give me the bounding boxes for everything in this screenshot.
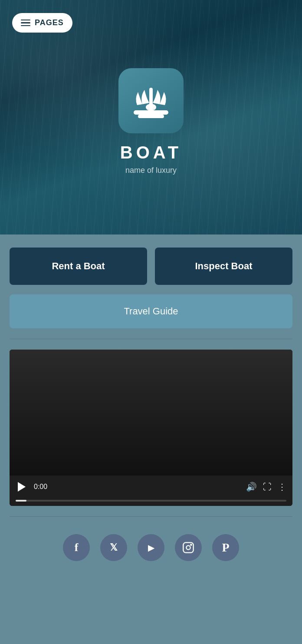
app-title: BOAT (120, 143, 182, 162)
main-card: Rent a Boat Inspect Boat Travel Guide 0:… (0, 234, 302, 644)
svg-rect-1 (138, 115, 164, 118)
svg-rect-3 (149, 88, 153, 107)
more-options-icon[interactable]: ⋮ (278, 482, 286, 492)
rent-boat-button[interactable]: Rent a Boat (10, 248, 147, 285)
hamburger-icon (21, 20, 30, 26)
video-screen (10, 350, 292, 476)
progress-bar (16, 500, 286, 502)
boat-logo-svg (129, 79, 173, 122)
logo-container: BOAT name of luxury (118, 68, 184, 175)
svg-rect-4 (183, 542, 193, 552)
progress-bar-container[interactable] (10, 498, 292, 506)
svg-point-6 (190, 544, 191, 545)
svg-point-5 (186, 545, 190, 549)
video-controls: 0:00 🔊 ⛶ ⋮ (10, 476, 292, 498)
bottom-divider (10, 516, 292, 517)
hero-section: PAGES BOAT name of luxu (0, 0, 302, 234)
action-buttons-row: Rent a Boat Inspect Boat (10, 248, 292, 285)
pages-label: PAGES (35, 18, 64, 27)
video-player[interactable]: 0:00 🔊 ⛶ ⋮ (10, 350, 292, 506)
volume-icon[interactable]: 🔊 (246, 482, 257, 492)
instagram-icon[interactable] (175, 534, 202, 561)
social-icons-row: f 𝕏 ▶ P (10, 534, 292, 561)
svg-rect-0 (134, 110, 168, 115)
fullscreen-icon[interactable]: ⛶ (263, 482, 272, 492)
twitter-x-icon[interactable]: 𝕏 (100, 534, 127, 561)
pinterest-icon[interactable]: P (212, 534, 239, 561)
app-logo-icon (118, 68, 184, 133)
video-time: 0:00 (34, 483, 47, 491)
inspect-boat-button[interactable]: Inspect Boat (155, 248, 292, 285)
progress-fill (16, 500, 26, 502)
pages-button[interactable]: PAGES (12, 13, 72, 33)
facebook-icon[interactable]: f (63, 534, 90, 561)
youtube-icon[interactable]: ▶ (138, 534, 164, 561)
play-button[interactable] (16, 481, 28, 493)
travel-guide-button[interactable]: Travel Guide (10, 294, 292, 328)
top-divider (10, 339, 292, 339)
app-subtitle: name of luxury (125, 166, 177, 175)
